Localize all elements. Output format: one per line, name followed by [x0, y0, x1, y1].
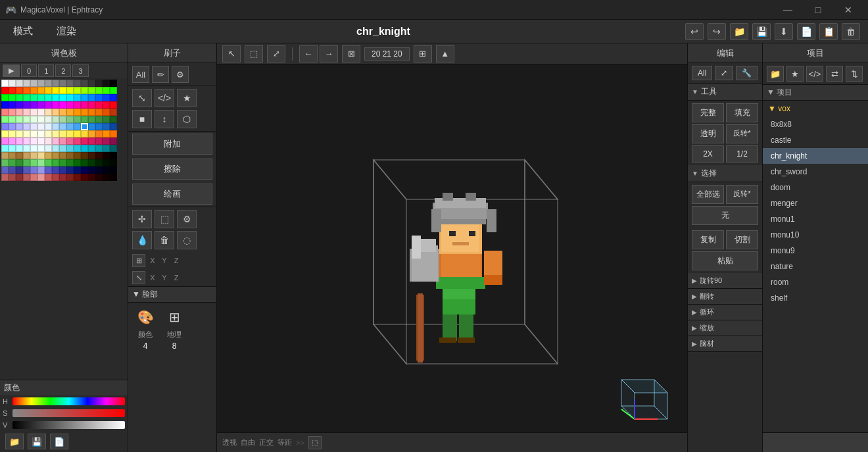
coord-diag-icon[interactable]: ⤡ — [132, 271, 145, 284]
color-swatch[interactable] — [110, 174, 117, 181]
color-swatch[interactable] — [1, 130, 9, 138]
brush-square-icon[interactable]: ■ — [132, 110, 152, 128]
settings-tool-button[interactable]: ⚙ — [177, 210, 197, 228]
copy-action[interactable]: 复制 — [692, 230, 724, 249]
brush-edit-button[interactable]: ✏ — [152, 66, 169, 83]
grid-btn[interactable]: ⊞ — [414, 45, 432, 63]
tool-2x[interactable]: 2X — [692, 145, 724, 163]
color-swatch[interactable] — [30, 80, 37, 87]
color-swatch[interactable] — [30, 116, 37, 123]
paste-action[interactable]: 粘贴 — [692, 251, 758, 270]
color-swatch[interactable] — [88, 166, 95, 174]
rotate-section[interactable]: ▶ 旋转90 — [688, 273, 762, 289]
color-swatch[interactable] — [74, 166, 81, 174]
color-swatch[interactable] — [9, 123, 16, 130]
color-swatch[interactable] — [9, 138, 16, 145]
color-swatch[interactable] — [74, 80, 81, 87]
color-swatch[interactable] — [81, 109, 88, 116]
color-swatch[interactable] — [74, 152, 81, 159]
color-swatch[interactable] — [110, 80, 117, 87]
color-swatch[interactable] — [23, 123, 30, 130]
color-swatch[interactable] — [16, 130, 23, 138]
proj-code-btn[interactable]: </> — [806, 66, 823, 82]
color-swatch[interactable] — [16, 174, 23, 181]
fwd-nav[interactable]: → — [320, 45, 338, 63]
proj-star-btn[interactable]: ★ — [786, 66, 804, 82]
color-swatch[interactable] — [23, 152, 30, 159]
color-swatch[interactable] — [45, 130, 52, 138]
color-swatch[interactable] — [23, 138, 30, 145]
color-swatch[interactable] — [52, 159, 59, 166]
color-swatch[interactable] — [103, 159, 110, 166]
color-swatch[interactable] — [9, 159, 16, 166]
select-tool-button[interactable]: ⬚ — [155, 210, 174, 228]
color-swatch[interactable] — [45, 166, 52, 174]
color-swatch[interactable] — [74, 159, 81, 166]
color-swatch[interactable] — [88, 152, 95, 159]
proj-vox-category[interactable]: ▼ vox — [763, 101, 868, 116]
color-swatch[interactable] — [23, 116, 30, 123]
color-swatch[interactable] — [110, 130, 117, 138]
palette-tab-arrow[interactable]: ▶ — [3, 64, 20, 77]
color-swatch[interactable] — [52, 152, 59, 159]
color-swatch[interactable] — [45, 87, 52, 94]
menu-render[interactable]: 渲染 — [51, 22, 82, 40]
color-swatch[interactable] — [103, 123, 110, 130]
color-swatch[interactable] — [103, 80, 110, 87]
color-swatch[interactable] — [59, 87, 66, 94]
color-swatch[interactable] — [74, 174, 81, 181]
color-swatch[interactable] — [9, 174, 16, 181]
brush-updown-icon[interactable]: ↕ — [155, 110, 174, 128]
color-swatch[interactable] — [66, 123, 74, 130]
proj-8x8x8[interactable]: 8x8x8 — [763, 116, 868, 132]
color-swatch[interactable] — [23, 159, 30, 166]
color-swatch[interactable] — [95, 152, 103, 159]
color-swatch[interactable] — [30, 87, 37, 94]
color-swatch[interactable] — [30, 145, 37, 152]
color-swatch[interactable] — [59, 159, 66, 166]
minimize-button[interactable]: — — [773, 0, 802, 20]
color-swatch[interactable] — [16, 166, 23, 174]
color-swatch[interactable] — [1, 101, 9, 109]
color-swatch[interactable] — [59, 145, 66, 152]
color-swatch[interactable] — [16, 94, 23, 101]
color-swatch[interactable] — [59, 101, 66, 109]
color-swatch[interactable] — [45, 109, 52, 116]
tool-section-label[interactable]: ▼ 工具 — [688, 84, 762, 101]
color-swatch[interactable] — [37, 174, 45, 181]
color-swatch[interactable] — [37, 116, 45, 123]
editor-expand-button[interactable]: ⤢ — [715, 66, 733, 80]
color-swatch[interactable] — [1, 174, 9, 181]
color-swatch[interactable] — [37, 152, 45, 159]
scale-section[interactable]: ▶ 缩放 — [688, 320, 762, 336]
color-swatch[interactable] — [59, 138, 66, 145]
color-swatch[interactable] — [30, 101, 37, 109]
tool-invert[interactable]: 反转* — [726, 124, 758, 143]
brush-star-icon[interactable]: ★ — [177, 89, 197, 107]
color-swatch[interactable] — [1, 166, 9, 174]
color-swatch[interactable] — [16, 152, 23, 159]
color-swatch[interactable] — [45, 174, 52, 181]
loop-section[interactable]: ▶ 循环 — [688, 305, 762, 320]
color-swatch[interactable] — [88, 159, 95, 166]
editor-wrench-button[interactable]: 🔧 — [736, 66, 758, 80]
color-swatch[interactable] — [66, 138, 74, 145]
color-swatch[interactable] — [16, 101, 23, 109]
color-swatch[interactable] — [30, 109, 37, 116]
color-swatch[interactable] — [103, 87, 110, 94]
color-swatch[interactable] — [88, 80, 95, 87]
color-swatch[interactable] — [110, 123, 117, 130]
color-swatch[interactable] — [37, 80, 45, 87]
saturation-bar[interactable] — [12, 409, 125, 417]
color-swatch[interactable] — [16, 159, 23, 166]
delete-tool-button[interactable]: 🗑 — [155, 231, 174, 249]
color-swatch[interactable] — [66, 130, 74, 138]
color-swatch[interactable] — [16, 116, 23, 123]
color-swatch[interactable] — [88, 101, 95, 109]
color-swatch[interactable] — [9, 80, 16, 87]
proj-doom[interactable]: doom — [763, 180, 868, 195]
color-swatch[interactable] — [37, 87, 45, 94]
proj-nature[interactable]: nature — [763, 259, 868, 274]
color-swatch[interactable] — [81, 123, 88, 130]
color-swatch[interactable] — [59, 152, 66, 159]
